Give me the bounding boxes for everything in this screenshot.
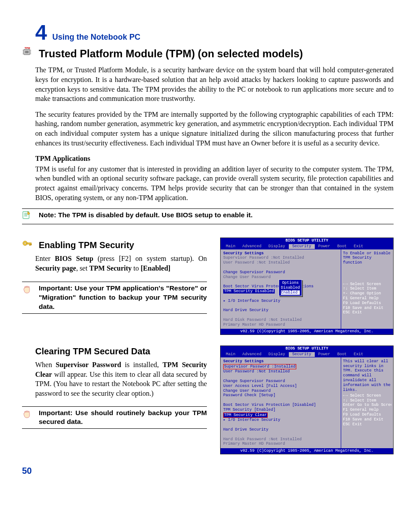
note-text: Note: The TPM is disabled by default. Us… xyxy=(39,211,253,220)
important-callout: Important: Use should routinely backup y… xyxy=(22,406,207,429)
bios-footer: v02.59 (C)Copyright 1985-2005, American … xyxy=(221,448,393,454)
bios-tab-security: Security xyxy=(289,352,315,357)
hand-stop-icon xyxy=(22,409,34,422)
bios-title: BIOS SETUP UTILITY xyxy=(221,238,393,244)
section-heading-tpm: Trusted Platform Module (TPM) (on select… xyxy=(39,47,303,61)
body-paragraph: TPM is useful for any customer that is i… xyxy=(35,164,394,202)
clearing-tpm-row: Clearing TPM Secured Data When Superviso… xyxy=(35,346,394,454)
subheading-label: TPM Applications xyxy=(35,155,90,162)
enabling-tpm-row: Enabling TPM Security Enter BIOS Setup (… xyxy=(35,238,394,335)
bios-popup-options: Options TPM Security Disabled Disabled E… xyxy=(279,279,302,296)
note-box: Note: The TPM is disabled by default. Us… xyxy=(22,208,394,224)
bios-screenshot-enable: BIOS SETUP UTILITY Main Advanced Display… xyxy=(220,238,394,335)
section-heading-enable: Enabling TPM Security xyxy=(39,239,134,251)
svg-text:TPM: TPM xyxy=(25,47,30,49)
bios-title: BIOS SETUP UTILITY xyxy=(221,346,393,352)
bios-tpm-security-line: TPM Security Disabled xyxy=(223,289,275,294)
bios-supervisor-pw-line: Supervisor Password :Installed xyxy=(223,364,296,370)
bios-tab-security: Security xyxy=(289,244,315,249)
chapter-number: 4 xyxy=(35,22,47,43)
svg-rect-1 xyxy=(25,51,29,53)
bios-help-panel: This will clear all security links in TP… xyxy=(341,357,393,448)
bios-main-panel: Security Settings Supervisor Password :I… xyxy=(221,357,341,448)
important-callout: Important: Use your TPM application's "R… xyxy=(22,282,207,314)
body-paragraph: The security features provided by the TP… xyxy=(35,110,394,148)
bios-tabs: Main Advanced Display Security Power Boo… xyxy=(221,352,393,357)
tpm-chip-icon: TPM xyxy=(22,47,34,59)
hand-stop-icon xyxy=(22,284,34,297)
bios-footer: v02.59 (C)Copyright 1985-2005, American … xyxy=(221,329,393,334)
svg-point-14 xyxy=(24,242,26,244)
svg-rect-17 xyxy=(31,244,32,245)
body-paragraph: When Supervisor Password is installed, T… xyxy=(35,360,207,398)
section-heading-clear: Clearing TPM Secured Data xyxy=(35,346,207,357)
key-icon xyxy=(22,239,34,252)
section-heading-row: TPM Trusted Platform Module (TPM) (on se… xyxy=(22,47,394,65)
chapter-header: 4 Using the Notebook PC xyxy=(35,22,394,43)
bios-screenshot-clear: BIOS SETUP UTILITY Main Advanced Display… xyxy=(220,346,394,454)
callout-text: Important: Use should routinely backup y… xyxy=(39,409,207,427)
body-paragraph: Enter BIOS Setup (press [F2] on system s… xyxy=(35,254,207,273)
body-paragraph: The TPM, or Trusted Platform Module, is … xyxy=(35,65,394,103)
page-number: 50 xyxy=(22,465,394,477)
section-heading-row: Enabling TPM Security xyxy=(22,239,207,254)
svg-rect-16 xyxy=(29,244,30,245)
chapter-title: Using the Notebook PC xyxy=(52,32,140,42)
bios-tabs: Main Advanced Display Security Power Boo… xyxy=(221,244,393,249)
note-icon xyxy=(22,211,34,222)
callout-text: Important: Use your TPM application's "R… xyxy=(39,284,207,312)
bios-tpm-clear-line: TPM Security Clear xyxy=(223,412,268,418)
subheading-tpm-apps: TPM Applications xyxy=(35,154,394,163)
bios-help-panel: To Enable or Disable TPM Security functi… xyxy=(341,249,393,329)
